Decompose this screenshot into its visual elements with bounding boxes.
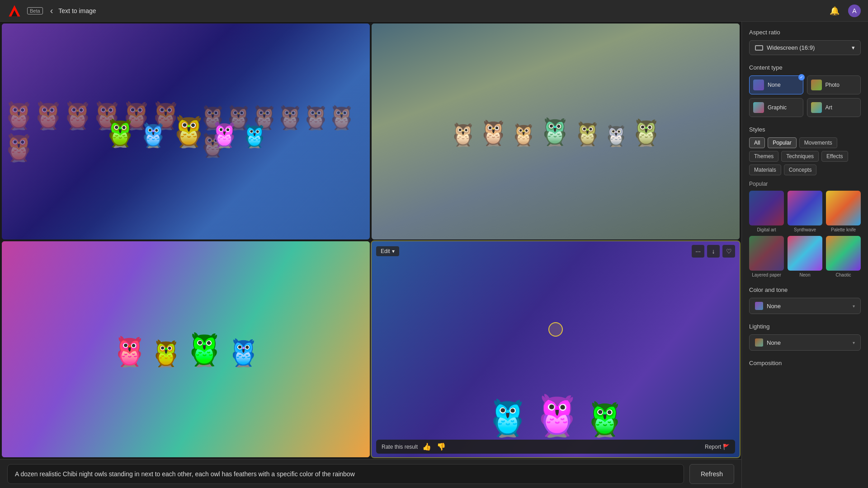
color-tone-title: Color and tone <box>749 286 861 293</box>
image-actions: ··· ↓ ♡ <box>692 245 735 258</box>
aspect-ratio-dropdown[interactable]: Widescreen (16:9) ▾ <box>749 40 861 55</box>
color-tone-value: None <box>767 303 781 310</box>
popular-label: Popular <box>749 181 861 187</box>
style-thumb-chaotic[interactable]: Chaotic <box>826 236 861 277</box>
image-cell-2[interactable]: 🦉 🦉 🦉 🦉 🦉 🦉 🦉 <box>372 23 740 239</box>
style-tab-all[interactable]: All <box>749 137 765 148</box>
synthwave-label: Synthwave <box>794 227 816 232</box>
style-tab-movements[interactable]: Movements <box>799 137 837 148</box>
lighting-chevron: ▾ <box>853 340 855 345</box>
style-thumbnails: Digital art Synthwave Palette knife Laye… <box>749 191 861 277</box>
content-type-none[interactable]: None ✓ <box>749 75 803 94</box>
chaotic-label: Chaotic <box>836 272 851 277</box>
color-tone-chevron: ▾ <box>853 304 855 309</box>
style-thumb-layered-paper[interactable]: Layered paper <box>749 236 784 277</box>
image-overlay-bottom: Rate this result 👍 👎 Report 🚩 <box>372 436 740 457</box>
lighting-dropdown[interactable]: None ▾ <box>749 334 861 351</box>
edit-button[interactable]: Edit ▾ <box>376 246 399 256</box>
rate-bar: Rate this result 👍 👎 Report 🚩 <box>376 440 735 454</box>
lighting-section: Lighting None ▾ <box>749 323 861 351</box>
more-options-button[interactable]: ··· <box>692 245 704 258</box>
style-tab-techniques[interactable]: Techniques <box>781 151 819 162</box>
synthwave-thumbnail <box>788 191 822 225</box>
rate-label: Rate this result <box>382 444 418 450</box>
palette-knife-label: Palette knife <box>831 227 856 232</box>
topbar-right: 🔔 A <box>828 5 861 17</box>
art-icon <box>811 102 822 113</box>
layered-paper-label: Layered paper <box>752 272 781 277</box>
back-button[interactable]: ‹ <box>50 5 53 16</box>
favorite-button[interactable]: ♡ <box>722 245 735 258</box>
image-area: 🦉🦉🦉🦉🦉🦉🦉 🦉 🦉 🦉 🦉 🦉 <box>0 22 741 488</box>
lighting-icon <box>755 338 763 347</box>
dropdown-left: Widescreen (16:9) <box>755 44 815 51</box>
image-cell-3[interactable]: 🦉 🦉 🦉 🦉 <box>2 241 370 457</box>
chevron-down-icon: ▾ <box>392 248 395 254</box>
user-avatar[interactable]: A <box>848 5 861 17</box>
content-type-grid: None ✓ Photo Graphic Art <box>749 75 861 117</box>
layered-paper-thumbnail <box>749 236 784 271</box>
digital-art-thumbnail <box>749 191 784 225</box>
widescreen-icon <box>755 45 763 51</box>
chaotic-thumbnail <box>826 236 861 271</box>
main-layout: 🦉🦉🦉🦉🦉🦉🦉 🦉 🦉 🦉 🦉 🦉 <box>0 22 868 488</box>
styles-tabs: All Popular Movements Themes Techniques … <box>749 137 861 175</box>
aspect-ratio-section: Aspect ratio Widescreen (16:9) ▾ <box>749 29 861 55</box>
neon-label: Neon <box>800 272 811 277</box>
content-type-photo-label: Photo <box>826 82 840 88</box>
neon-thumbnail <box>788 236 822 271</box>
aspect-ratio-chevron: ▾ <box>852 44 855 51</box>
style-tab-concepts[interactable]: Concepts <box>784 164 817 175</box>
style-tab-themes[interactable]: Themes <box>749 151 778 162</box>
none-icon <box>753 80 764 90</box>
notification-icon[interactable]: 🔔 <box>828 5 841 17</box>
color-tone-section: Color and tone None ▾ <box>749 286 861 314</box>
content-type-section: Content type None ✓ Photo Graphic Ar <box>749 64 861 117</box>
none-check: ✓ <box>798 74 805 80</box>
content-type-graphic-label: Graphic <box>768 104 787 111</box>
report-button[interactable]: Report 🚩 <box>705 444 730 450</box>
thumbdown-button[interactable]: 👎 <box>436 442 447 451</box>
style-tab-materials[interactable]: Materials <box>749 164 781 175</box>
image-cell-1[interactable]: 🦉🦉🦉🦉🦉🦉🦉 🦉 🦉 🦉 🦉 🦉 <box>2 23 370 239</box>
photo-icon <box>811 80 822 90</box>
graphic-icon <box>753 102 764 113</box>
image-grid: 🦉🦉🦉🦉🦉🦉🦉 🦉 🦉 🦉 🦉 🦉 <box>0 22 741 459</box>
style-tab-effects[interactable]: Effects <box>821 151 848 162</box>
adobe-beta-label: Beta <box>27 7 43 14</box>
styles-section: Styles All Popular Movements Themes Tech… <box>749 126 861 277</box>
prompt-bar: Refresh <box>0 459 741 488</box>
style-thumb-synthwave[interactable]: Synthwave <box>788 191 822 232</box>
content-type-photo[interactable]: Photo <box>807 75 861 94</box>
prompt-input[interactable] <box>7 464 684 484</box>
report-icon: 🚩 <box>723 444 730 450</box>
style-thumb-digital-art[interactable]: Digital art <box>749 191 784 232</box>
topbar: Beta ‹ Text to image 🔔 A <box>0 0 868 22</box>
composition-section: Composition <box>749 360 861 366</box>
adobe-logo <box>7 4 22 18</box>
aspect-ratio-title: Aspect ratio <box>749 29 861 36</box>
refresh-button[interactable]: Refresh <box>689 464 734 484</box>
content-type-none-label: None <box>768 82 781 88</box>
right-panel: Aspect ratio Widescreen (16:9) ▾ Content… <box>741 22 868 488</box>
color-tone-icon <box>755 302 763 310</box>
image-cell-4[interactable]: 🦉 🦉 🦉 Edit ▾ ··· <box>372 241 740 457</box>
image-overlay-top: Edit ▾ ··· ↓ ♡ <box>372 241 740 261</box>
content-type-art[interactable]: Art <box>807 98 861 117</box>
style-thumb-palette-knife[interactable]: Palette knife <box>826 191 861 232</box>
digital-art-label: Digital art <box>757 227 776 232</box>
color-tone-left: None <box>755 302 781 310</box>
style-thumb-neon[interactable]: Neon <box>788 236 822 277</box>
aspect-ratio-value: Widescreen (16:9) <box>767 44 815 51</box>
color-tone-dropdown[interactable]: None ▾ <box>749 298 861 314</box>
content-type-art-label: Art <box>826 104 832 111</box>
lighting-value: None <box>767 339 781 346</box>
thumbup-button[interactable]: 👍 <box>421 442 432 451</box>
style-tab-popular[interactable]: Popular <box>768 137 796 148</box>
content-type-graphic[interactable]: Graphic <box>749 98 803 117</box>
image-overlay-4: Edit ▾ ··· ↓ ♡ Rate this result 👍 <box>372 241 740 457</box>
palette-knife-thumbnail <box>826 191 861 225</box>
page-title: Text to image <box>58 7 96 14</box>
download-button[interactable]: ↓ <box>707 245 720 258</box>
composition-title: Composition <box>749 360 861 366</box>
